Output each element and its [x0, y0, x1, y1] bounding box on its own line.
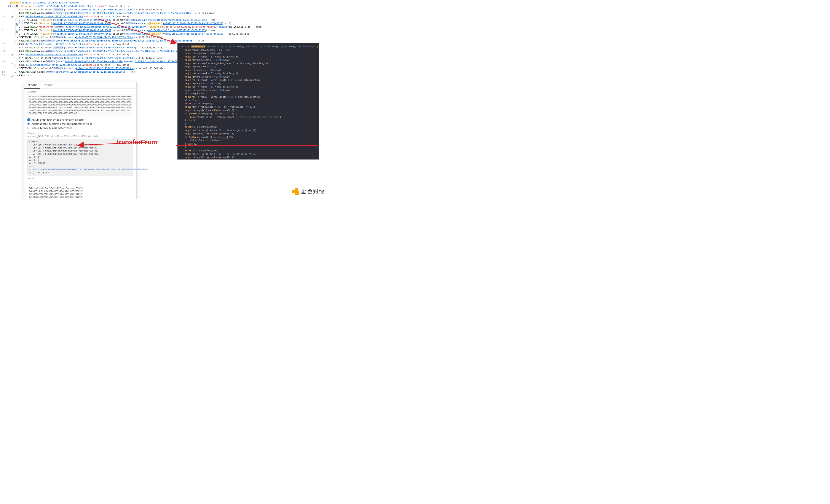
trace-row[interactable]: [Sender]0x413e4fb75c300b92fec12d7c44e4c0…	[0, 1, 328, 4]
chevron-icon[interactable]: ▸	[225, 22, 226, 25]
tab-encode[interactable]: ENCODE	[40, 82, 56, 88]
line-number: 17	[1, 43, 5, 45]
toggle-icon[interactable]: +	[11, 53, 13, 56]
decompiled-code: function 0xb2bd16ab(uint256 varg0, uint2…	[178, 43, 319, 159]
chevron-icon[interactable]: ▸	[252, 26, 253, 28]
results-label: Results	[27, 178, 133, 180]
trace-row[interactable]: +2→STATICCALL[Receiver]0x6b931f5c725b644…	[0, 22, 328, 25]
chevron-icon[interactable]: ▸	[209, 19, 210, 21]
radio-off-icon	[27, 127, 30, 129]
chevron-icon[interactable]: ▸	[136, 8, 137, 11]
check-icon: ✓	[27, 119, 30, 121]
panel-tabs: DECODE ENCODE	[25, 82, 136, 89]
toggle-icon[interactable]: +	[11, 74, 13, 76]
transferfrom-label: transferFrom	[117, 138, 157, 146]
toggle-icon[interactable]: +	[11, 43, 13, 45]
chevron-icon[interactable]: ▸	[113, 64, 114, 66]
chevron-icon[interactable]: ▸	[136, 36, 137, 38]
tab-decode[interactable]: DECODE	[25, 82, 40, 89]
toggle-icon[interactable]: +	[15, 26, 18, 28]
abi-data-value[interactable]: 0x5456a7bf000000000000000000000000000000…	[27, 94, 133, 116]
toggle-icon[interactable]: +	[15, 22, 18, 25]
chevron-icon[interactable]: ▸	[136, 67, 137, 70]
line-number: 58	[1, 71, 5, 73]
line-number: 44	[1, 60, 5, 63]
radio-auto[interactable]: Automatically determine the best paramet…	[27, 123, 133, 125]
chevron-icon[interactable]: ▸	[225, 32, 226, 35]
chevron-icon[interactable]: ▸	[209, 29, 210, 32]
line-number: 30	[1, 50, 5, 52]
trace-row[interactable]: 11+2→STATICCALL[Receiver]0x6b931f5c725b6…	[0, 29, 328, 32]
trace-row[interactable]: 1→STATICCALLMILK.balanceOfCalldata(accou…	[0, 35, 328, 39]
chevron-icon[interactable]: ▸	[195, 12, 196, 14]
line-number: 11	[1, 29, 5, 32]
chevron-icon[interactable]: ▸	[124, 5, 125, 7]
abi-data-label: ABI Data	[27, 91, 133, 93]
trace-row[interactable]: +2→CALLMILK.transferFromCalldata(sender=…	[0, 25, 328, 29]
chevron-icon[interactable]: ▸	[195, 39, 196, 42]
toggle-icon[interactable]: +	[15, 32, 18, 35]
toggle-icon[interactable]: −	[6, 5, 9, 7]
trace-row[interactable]: 5−1→CALL0x126c9fbab3a2fca24edfd17322e71a…	[0, 15, 328, 18]
toggle-icon[interactable]: +	[15, 19, 18, 21]
toggle-icon[interactable]: +	[11, 64, 13, 66]
trace-row[interactable]: 1→CALLMILK.allowanceCalldata(owner=0x1c1…	[0, 39, 328, 42]
chevron-icon[interactable]: ▸	[113, 15, 114, 18]
checkbox-selector[interactable]: ✓ Assume first four bytes are function s…	[27, 119, 133, 121]
results-body: [ [ "0xEeeeeEeeeEeEeeEeEeEeeEEEeeeeEeeee…	[27, 181, 133, 199]
trace-row[interactable]: +2→STATICCALL[Receiver]0x6b931f5c725b644…	[0, 18, 328, 22]
line-number: 1	[1, 5, 5, 7]
chevron-icon[interactable]: ▸	[136, 57, 137, 59]
line-number: 5	[1, 15, 5, 18]
chevron-icon[interactable]: ▸	[137, 46, 139, 49]
chevron-icon[interactable]: ▸	[113, 53, 114, 56]
logo-icon	[292, 188, 299, 195]
toggle-icon[interactable]: +	[15, 29, 18, 32]
toggle-icon[interactable]: −	[11, 15, 13, 18]
radio-on-icon	[27, 123, 30, 125]
watermark: 金色财经	[292, 188, 325, 195]
line-number: 59	[1, 74, 5, 76]
trace-row[interactable]: +2→STATICCALL[Receiver]0x6b931f5c725b644…	[0, 32, 328, 35]
guessed-signature: guessed_5456a7bf(address[],uint256,uint2…	[27, 135, 133, 137]
chevron-icon[interactable]: ▸	[113, 43, 114, 45]
trace-row[interactable]: 1→CALLMILK.allowanceCalldata(owner=0x031…	[0, 11, 328, 15]
radio-manual[interactable]: Manually specify parameter types	[27, 127, 133, 129]
chevron-icon[interactable]: ▸	[127, 70, 128, 73]
trace-row[interactable]: 1→STATICCALLMILK.balanceOfCalldata(accou…	[0, 8, 328, 11]
parameters-label: Parameters	[27, 132, 133, 134]
trace-row[interactable]: 1−0→CALL[Receiver]0x6b931f5c725b64421440…	[0, 4, 328, 8]
